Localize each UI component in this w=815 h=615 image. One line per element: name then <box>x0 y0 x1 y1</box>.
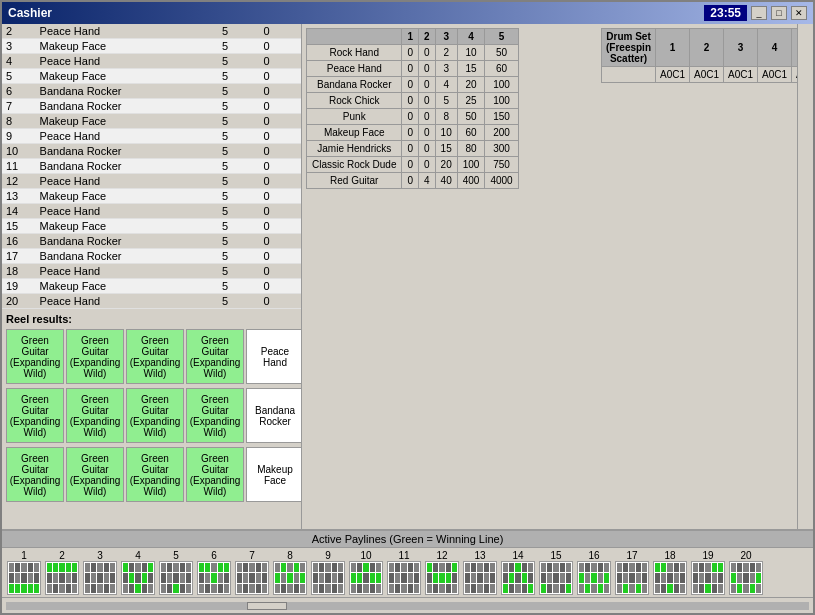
list-item: 9 Peace Hand 5 0 <box>2 129 301 144</box>
payline-cell <box>376 573 381 582</box>
payline-cell <box>408 573 413 582</box>
vertical-scrollbar[interactable] <box>797 24 813 529</box>
reel-cell: Green Guitar (Expanding Wild) <box>6 329 64 384</box>
horizontal-scrollbar[interactable] <box>2 597 813 613</box>
payline-cell <box>446 563 451 572</box>
payline-cell <box>357 573 362 582</box>
payline-cell <box>135 573 140 582</box>
payline-cell <box>560 573 565 582</box>
payline-cell <box>515 584 520 593</box>
list-item: 14 Peace Hand 5 0 <box>2 204 301 219</box>
list-item: 18 <box>652 550 688 595</box>
scrollbar-thumb <box>247 602 287 610</box>
payline-cell <box>579 563 584 572</box>
payline-cell <box>173 584 178 593</box>
payline-cell <box>604 573 609 582</box>
pay-col-4-header: 4 <box>457 29 485 45</box>
pay-v3: 20 <box>435 157 457 173</box>
payline-cell <box>180 563 185 572</box>
scrollbar-track <box>6 602 809 610</box>
payline-cell <box>750 573 755 582</box>
payline-cell <box>699 584 704 593</box>
payline-visual <box>729 561 763 595</box>
list-item: 15 Makeup Face 5 0 <box>2 219 301 234</box>
symbol-name: Rock Chick <box>307 93 402 109</box>
payline-cell <box>433 563 438 572</box>
row-val1: 5 <box>218 264 259 279</box>
payline-cell <box>167 584 172 593</box>
payline-cell <box>135 584 140 593</box>
pay-v4: 10 <box>457 45 485 61</box>
minimize-button[interactable]: _ <box>751 6 767 20</box>
payline-cell <box>718 563 723 572</box>
row-num: 16 <box>2 234 36 249</box>
payline-cell <box>509 584 514 593</box>
maximize-button[interactable]: □ <box>771 6 787 20</box>
pay-v2: 0 <box>419 61 436 77</box>
payline-cell <box>186 584 191 593</box>
payline-visual <box>615 561 649 595</box>
drum-val-1: A0C1 <box>656 67 690 83</box>
payline-cell <box>287 573 292 582</box>
list-item: 1 <box>6 550 42 595</box>
pay-v2: 0 <box>419 93 436 109</box>
row-val2: 0 <box>260 54 301 69</box>
payline-number: 17 <box>626 550 637 561</box>
list-item: 5 <box>158 550 194 595</box>
payline-cell <box>28 563 33 572</box>
payline-cell <box>427 563 432 572</box>
reel-cell: Green Guitar (Expanding Wild) <box>6 447 64 502</box>
list-item: 18 Peace Hand 5 0 <box>2 264 301 279</box>
payline-cell <box>123 563 128 572</box>
payline-cell <box>553 573 558 582</box>
payline-cell <box>281 573 286 582</box>
close-button[interactable]: ✕ <box>791 6 807 20</box>
pay-v5: 100 <box>485 93 518 109</box>
payline-cell <box>376 584 381 593</box>
reel-grid: Green Guitar (Expanding Wild)Green Guita… <box>6 329 297 502</box>
drum-empty-cell <box>602 67 656 83</box>
row-name: Bandana Rocker <box>36 234 218 249</box>
payline-cell <box>522 573 527 582</box>
payline-cell <box>667 563 672 572</box>
window-title: Cashier <box>8 6 52 20</box>
payline-cell <box>528 573 533 582</box>
payline-cell <box>363 584 368 593</box>
row-name: Bandana Rocker <box>36 99 218 114</box>
payline-cell <box>712 584 717 593</box>
pay-v4: 50 <box>457 109 485 125</box>
row-num: 19 <box>2 279 36 294</box>
row-num: 11 <box>2 159 36 174</box>
payline-cell <box>718 584 723 593</box>
row-name: Peace Hand <box>36 204 218 219</box>
row-num: 8 <box>2 114 36 129</box>
pay-col-3-header: 3 <box>435 29 457 45</box>
pay-v3: 4 <box>435 77 457 93</box>
payline-cell <box>370 563 375 572</box>
payline-cell <box>294 563 299 572</box>
payline-cell <box>731 584 736 593</box>
pay-v1: 0 <box>402 61 419 77</box>
payline-cell <box>591 573 596 582</box>
reel-row: Green Guitar (Expanding Wild)Green Guita… <box>6 329 297 384</box>
payline-cell <box>357 584 362 593</box>
payline-cell <box>275 573 280 582</box>
row-val1: 5 <box>218 114 259 129</box>
payline-cell <box>129 584 134 593</box>
row-val1: 5 <box>218 279 259 294</box>
payline-cell <box>294 584 299 593</box>
list-item: 16 <box>576 550 612 595</box>
row-num: 15 <box>2 219 36 234</box>
main-content: 2 Peace Hand 5 0 3 Makeup Face 5 0 4 Pea… <box>2 24 813 529</box>
payline-number: 10 <box>360 550 371 561</box>
payline-cell <box>249 573 254 582</box>
row-val2: 0 <box>260 264 301 279</box>
bottom-section: Active Paylines (Green = Winning Line) 1… <box>2 529 813 613</box>
row-val2: 0 <box>260 189 301 204</box>
pay-v2: 0 <box>419 77 436 93</box>
symbol-name: Classic Rock Dude <box>307 157 402 173</box>
payline-cell <box>477 563 482 572</box>
payline-cell <box>427 584 432 593</box>
payline-cell <box>547 584 552 593</box>
payline-cell <box>161 563 166 572</box>
